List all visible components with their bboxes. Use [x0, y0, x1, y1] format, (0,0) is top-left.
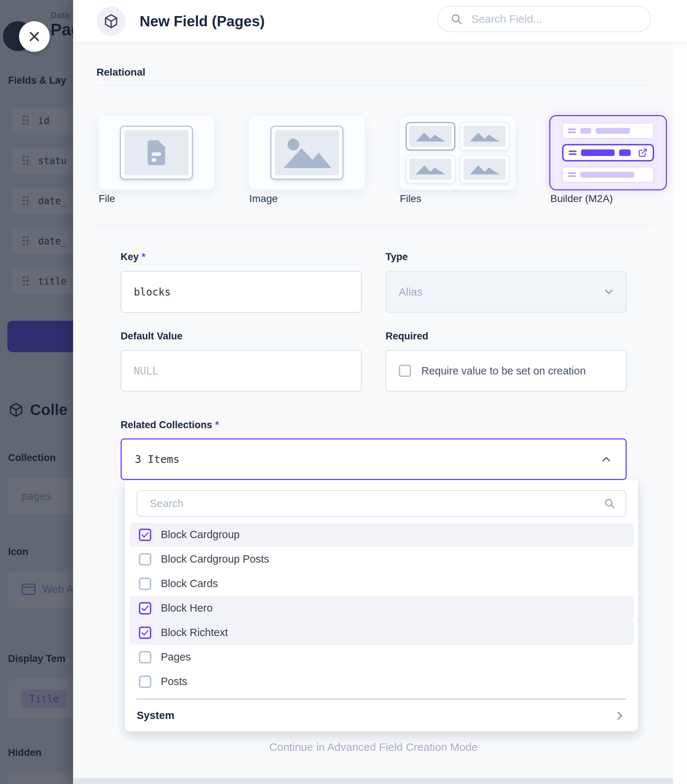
field-search[interactable] — [437, 6, 651, 32]
option-block-hero[interactable]: Block Hero — [129, 596, 634, 620]
box-icon — [103, 13, 119, 29]
checkbox-icon[interactable] — [399, 364, 411, 377]
card-label-file: File — [99, 193, 115, 205]
field-type-avatar — [97, 7, 126, 36]
checkbox-icon[interactable] — [139, 577, 151, 590]
card-builder-m2a[interactable] — [551, 116, 666, 189]
drawer-header: New Field (Pages) — [73, 0, 687, 43]
builder-illustration — [551, 116, 666, 189]
option-block-cards[interactable]: Block Cards — [129, 571, 634, 596]
collection-option-list: Block Cardgroup Block Cardgroup Posts Bl… — [129, 522, 634, 694]
option-block-richtext[interactable]: Block Richtext — [129, 620, 634, 645]
row-handle-icon — [568, 129, 576, 133]
option-posts[interactable]: Posts — [129, 669, 634, 694]
chevron-down-icon — [603, 286, 615, 298]
drawer-footer-edge — [73, 778, 673, 784]
related-collections-label: Related Collections* — [121, 420, 219, 431]
divider — [97, 85, 652, 85]
card-file[interactable] — [99, 116, 214, 189]
drawer-title: New Field (Pages) — [140, 0, 265, 43]
image-icon — [279, 134, 334, 172]
required-marker: * — [142, 251, 146, 262]
screen: Data Pag Fields & Lay id statu date_ dat… — [0, 0, 687, 784]
section-label: Relational — [97, 67, 145, 78]
checkbox-icon[interactable] — [139, 627, 151, 639]
option-block-cardgroup[interactable]: Block Cardgroup — [129, 522, 634, 547]
type-label: Type — [386, 251, 408, 262]
scrollbar-gutter — [673, 43, 687, 784]
chevron-right-icon — [613, 709, 626, 722]
required-checkbox-label: Require value to be set on creation — [421, 365, 586, 377]
key-input[interactable] — [121, 272, 361, 312]
row-handle-icon — [568, 172, 576, 177]
related-collections-menu: Block Cardgroup Block Cardgroup Posts Bl… — [125, 480, 638, 732]
type-select[interactable]: Alias — [386, 271, 627, 313]
search-icon — [450, 13, 463, 25]
default-value-field — [121, 350, 362, 392]
card-files[interactable] — [400, 116, 515, 189]
default-value-input[interactable] — [121, 351, 361, 391]
checkbox-icon[interactable] — [139, 651, 151, 663]
option-pages[interactable]: Pages — [129, 645, 634, 669]
card-label-files: Files — [400, 193, 421, 205]
modal-backdrop-overlay — [0, 0, 73, 784]
checkbox-icon[interactable] — [139, 529, 151, 541]
card-label-builder: Builder (M2A) — [551, 193, 613, 205]
field-search-input[interactable] — [472, 13, 638, 25]
search-icon — [604, 498, 615, 509]
row-handle-icon — [569, 151, 577, 155]
new-field-drawer: New Field (Pages) Relational — [73, 0, 687, 784]
required-label: Required — [386, 331, 428, 342]
card-label-image: Image — [249, 193, 278, 205]
menu-search-input[interactable] — [137, 491, 604, 516]
external-link-icon — [638, 148, 648, 157]
checkbox-icon[interactable] — [139, 553, 151, 566]
menu-search[interactable] — [136, 490, 626, 517]
checkbox-icon[interactable] — [139, 602, 151, 615]
file-illustration — [120, 126, 193, 180]
close-icon — [28, 30, 41, 43]
image-illustration — [270, 126, 344, 180]
close-drawer-button[interactable] — [19, 21, 50, 52]
required-marker: * — [215, 420, 219, 430]
document-icon — [146, 139, 167, 166]
related-collections-select[interactable]: 3 Items — [121, 438, 627, 480]
key-label: Key* — [121, 251, 145, 262]
advanced-mode-link[interactable]: Continue in Advanced Field Creation Mode — [73, 741, 674, 753]
required-checkbox-row[interactable]: Require value to be set on creation — [386, 350, 627, 392]
checkbox-icon[interactable] — [139, 676, 151, 688]
card-image[interactable] — [249, 116, 365, 189]
key-field — [121, 271, 362, 313]
files-illustration — [406, 122, 509, 184]
system-group-row[interactable]: System — [136, 700, 626, 732]
option-block-cardgroup-posts[interactable]: Block Cardgroup Posts — [129, 547, 634, 571]
divider — [97, 225, 652, 226]
default-value-label: Default Value — [121, 331, 183, 342]
chevron-up-icon — [600, 453, 613, 466]
